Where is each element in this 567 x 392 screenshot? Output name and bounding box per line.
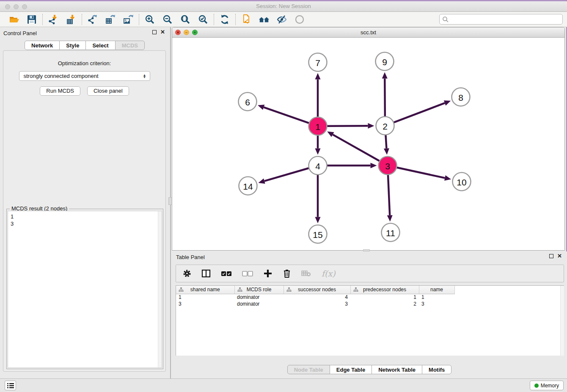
criterion-select[interactable]: strongly connected component ▲▼ <box>19 71 150 81</box>
table-toolbar: f(x) <box>176 265 564 282</box>
graph-edge-arrowhead <box>368 123 374 129</box>
network-close-button[interactable]: ✕ <box>175 30 181 35</box>
cell-successor-nodes[interactable]: 3 <box>284 301 350 307</box>
apply-layout-button[interactable] <box>219 14 230 25</box>
tab-mcds[interactable]: MCDS <box>115 41 145 50</box>
graph-edge[interactable] <box>396 168 445 178</box>
export-network-icon <box>87 14 98 25</box>
column-header-shared-name[interactable]: shared name <box>176 286 234 294</box>
table-panel-title: Table Panel <box>176 254 205 260</box>
window-minimize-button[interactable] <box>14 4 19 9</box>
cell-predecessor-nodes[interactable]: 1 <box>350 294 419 301</box>
houses-icon <box>259 14 270 25</box>
zoom-selected-button[interactable] <box>198 14 209 25</box>
hierarchy-icon <box>353 287 358 292</box>
import-table-button[interactable] <box>66 14 77 25</box>
network-zoom-button[interactable]: + <box>192 30 198 35</box>
tab-style[interactable]: Style <box>59 41 86 50</box>
criterion-value: strongly connected component <box>24 73 143 79</box>
graph-edge-arrowhead <box>382 72 388 78</box>
column-header-mcds-role[interactable]: MCDS role <box>234 286 284 294</box>
hide-selected-button[interactable] <box>276 14 287 25</box>
run-mcds-button[interactable]: Run MCDS <box>40 86 80 96</box>
cell-name[interactable]: 3 <box>419 301 454 307</box>
network-window-titlebar[interactable]: ✕ − + scc.txt <box>172 28 564 38</box>
save-session-button[interactable] <box>26 14 37 25</box>
first-neighbors-button[interactable] <box>259 14 270 25</box>
gear-icon <box>183 269 191 278</box>
task-history-button[interactable] <box>5 381 16 390</box>
deselect-all-button[interactable] <box>242 268 253 279</box>
table-scrollbar[interactable] <box>560 286 564 356</box>
graph-edge[interactable] <box>385 78 385 116</box>
graph-edge[interactable] <box>264 168 309 181</box>
network-minimize-button[interactable]: − <box>184 30 189 35</box>
tab-motifs[interactable]: Motifs <box>422 365 451 374</box>
hierarchy-icon <box>237 287 242 292</box>
export-image-button[interactable] <box>123 14 134 25</box>
mcds-result-textarea[interactable]: 1 3 <box>8 211 162 368</box>
graph-node-label: 15 <box>313 230 322 240</box>
open-folder-icon <box>8 14 19 25</box>
cell-mcds-role[interactable]: dominator <box>234 294 284 301</box>
column-header-name[interactable]: name <box>419 286 454 294</box>
import-network-button[interactable] <box>48 14 59 25</box>
cell-shared-name[interactable]: 3 <box>176 301 234 307</box>
show-hidden-button[interactable] <box>294 14 305 25</box>
table-row[interactable]: 1 dominator 4 1 1 <box>176 294 454 301</box>
zoom-in-button[interactable] <box>144 14 155 25</box>
tab-network-table[interactable]: Network Table <box>372 365 422 374</box>
float-panel-icon[interactable] <box>152 30 157 34</box>
memory-button[interactable]: Memory <box>530 381 564 390</box>
close-panel-icon[interactable]: ✕ <box>160 30 165 34</box>
result-scrollbar[interactable] <box>158 211 162 367</box>
node-table: shared name MCDS role successor nodes pr… <box>176 285 564 356</box>
cell-successor-nodes[interactable]: 4 <box>284 294 350 301</box>
close-table-panel-icon[interactable]: ✕ <box>557 254 562 258</box>
app-title: Session: New Session <box>0 1 567 11</box>
open-session-button[interactable] <box>8 14 19 25</box>
zoom-out-button[interactable] <box>162 14 173 25</box>
table-row[interactable]: 3 dominator 3 2 3 <box>176 301 454 307</box>
task-list-icon <box>7 383 14 389</box>
tab-network[interactable]: Network <box>25 41 60 50</box>
select-all-button[interactable] <box>221 268 232 279</box>
cell-name[interactable]: 1 <box>419 294 454 301</box>
graph-edge[interactable] <box>385 135 386 148</box>
search-input[interactable] <box>449 15 562 24</box>
window-close-button[interactable] <box>5 4 10 9</box>
export-table-button[interactable] <box>105 14 116 25</box>
toolbar-search[interactable] <box>439 14 563 25</box>
delete-table-button[interactable] <box>301 268 311 279</box>
table-settings-button[interactable] <box>183 268 191 279</box>
duplicate-network-button[interactable] <box>241 14 252 25</box>
tab-edge-table[interactable]: Edge Table <box>330 365 372 374</box>
cell-predecessor-nodes[interactable]: 2 <box>350 301 419 307</box>
export-network-button[interactable] <box>87 14 98 25</box>
tab-node-table[interactable]: Node Table <box>287 365 330 374</box>
show-columns-button[interactable] <box>201 268 211 279</box>
float-table-panel-icon[interactable] <box>549 254 553 258</box>
column-header-predecessor-nodes[interactable]: predecessor nodes <box>350 286 419 294</box>
eye-slash-icon <box>276 14 287 25</box>
delete-column-button[interactable] <box>283 268 291 279</box>
refresh-icon <box>219 14 230 25</box>
window-zoom-button[interactable] <box>22 4 27 9</box>
graph-edge[interactable] <box>327 126 368 126</box>
network-canvas[interactable]: 7968124314101511 <box>172 38 564 250</box>
close-panel-button[interactable]: Close panel <box>87 86 129 96</box>
zoom-fit-button[interactable] <box>180 14 191 25</box>
network-graph[interactable]: 7968124314101511 <box>172 38 564 250</box>
cell-mcds-role[interactable]: dominator <box>234 301 284 307</box>
column-header-successor-nodes[interactable]: successor nodes <box>284 286 350 294</box>
graph-edge-arrowhead <box>444 100 451 105</box>
add-column-button[interactable] <box>263 268 272 279</box>
graph-edge[interactable] <box>333 135 380 161</box>
function-builder-button[interactable]: f(x) <box>322 268 336 279</box>
cell-shared-name[interactable]: 1 <box>176 294 234 301</box>
graph-edge[interactable] <box>394 103 445 122</box>
graph-edge[interactable] <box>388 174 390 215</box>
graph-edge[interactable] <box>264 107 309 123</box>
zoom-fit-icon <box>180 14 191 25</box>
tab-select[interactable]: Select <box>85 41 115 50</box>
